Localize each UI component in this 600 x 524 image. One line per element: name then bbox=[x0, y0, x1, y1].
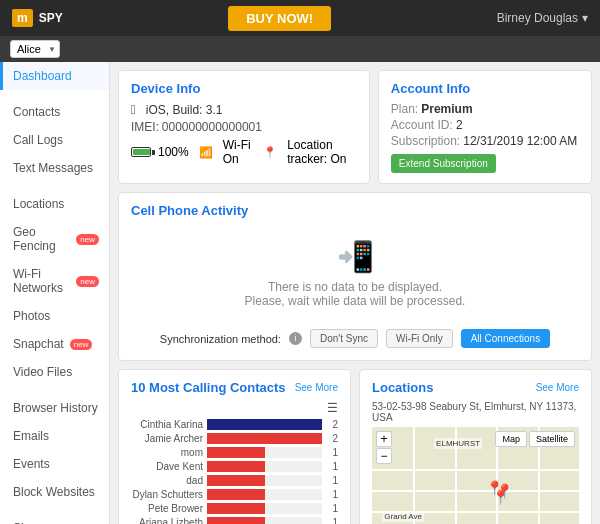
wait-message: Please, wait while data will be processe… bbox=[131, 294, 579, 308]
sidebar-item-photos[interactable]: Photos bbox=[0, 302, 109, 330]
subscription-row: Subscription: 12/31/2019 12:00 AM bbox=[391, 134, 579, 148]
imei-value: 000000000000001 bbox=[162, 120, 262, 134]
bar-name: Pete Brower bbox=[131, 503, 203, 514]
bar-value: 1 bbox=[326, 517, 338, 524]
logo-spy-text: SPY bbox=[39, 11, 63, 25]
bar-name: Jamie Archer bbox=[131, 433, 203, 444]
hamburger-icon[interactable]: ☰ bbox=[131, 401, 338, 415]
map-label-grand-ave: Grand Ave bbox=[382, 511, 424, 522]
device-select-wrapper[interactable]: Alice bbox=[10, 40, 60, 58]
subscription-label: Subscription: bbox=[391, 134, 460, 148]
geo-fencing-badge: new bbox=[76, 234, 99, 245]
sidebar-item-browser-history[interactable]: Browser History bbox=[0, 394, 109, 422]
sidebar-label-dashboard: Dashboard bbox=[13, 69, 72, 83]
sidebar-item-contacts[interactable]: Contacts bbox=[0, 98, 109, 126]
battery-visual bbox=[131, 147, 155, 157]
sidebar-label-browser-history: Browser History bbox=[13, 401, 98, 415]
bar-container bbox=[207, 433, 322, 444]
cell-phone-activity-title: Cell Phone Activity bbox=[131, 203, 579, 218]
top-row: Device Info  iOS, Build: 3.1 IMEI: 0000… bbox=[118, 70, 592, 192]
imei-row: IMEI: 000000000000001 bbox=[131, 120, 357, 134]
sync-wifi-only-button[interactable]: Wi-Fi Only bbox=[386, 329, 453, 348]
bar-name: dad bbox=[131, 475, 203, 486]
device-select[interactable]: Alice bbox=[10, 40, 60, 58]
wifi-networks-badge: new bbox=[76, 276, 99, 287]
map-label-elmhurst: ELMHURST bbox=[434, 438, 482, 449]
cell-phone-activity-card: Cell Phone Activity 📲 There is no data t… bbox=[118, 192, 592, 361]
battery-pct: 100% bbox=[158, 145, 189, 159]
bar-chart-row: Jamie Archer2 bbox=[131, 433, 338, 444]
sync-info-icon[interactable]: i bbox=[289, 332, 302, 345]
bar-fill bbox=[207, 433, 322, 444]
account-plan-row: Plan: Premium bbox=[391, 102, 579, 116]
sidebar-item-snapchat[interactable]: Snapchat new bbox=[0, 330, 109, 358]
activity-empty-state: 📲 There is no data to be displayed. Plea… bbox=[131, 224, 579, 323]
bar-container bbox=[207, 419, 322, 430]
sub-header: Alice bbox=[0, 36, 600, 62]
sidebar-label-video-files: Video Files bbox=[13, 365, 72, 379]
bar-chart-row: dad1 bbox=[131, 475, 338, 486]
bar-container bbox=[207, 517, 322, 524]
sidebar-label-emails: Emails bbox=[13, 429, 49, 443]
locations-title: Locations bbox=[372, 380, 433, 395]
sidebar-item-text-messages[interactable]: Text Messages bbox=[0, 154, 109, 182]
zoom-in-button[interactable]: + bbox=[376, 431, 392, 447]
bar-chart-row: Dylan Schutters1 bbox=[131, 489, 338, 500]
sidebar-label-geo-fencing: Geo Fencing bbox=[13, 225, 70, 253]
calling-contacts-card: 10 Most Calling Contacts See More ☰ Cint… bbox=[118, 369, 351, 524]
device-info-card: Device Info  iOS, Build: 3.1 IMEI: 0000… bbox=[118, 70, 370, 184]
sidebar-label-snapchat: Snapchat bbox=[13, 337, 64, 351]
calling-contacts-see-more[interactable]: See More bbox=[295, 382, 338, 393]
battery-fill bbox=[133, 149, 150, 155]
user-dropdown-icon[interactable]: ▾ bbox=[582, 11, 588, 25]
sidebar-label-text-messages: Text Messages bbox=[13, 161, 93, 175]
battery-bar: 100% bbox=[131, 145, 189, 159]
sidebar-item-locations[interactable]: Locations bbox=[0, 190, 109, 218]
bar-name: Cinthia Karina bbox=[131, 419, 203, 430]
buy-now-button[interactable]: BUY NOW! bbox=[228, 6, 331, 31]
sidebar-item-skype[interactable]: Skype bbox=[0, 514, 109, 524]
account-id-row: Account ID: 2 bbox=[391, 118, 579, 132]
bar-name: Dylan Schutters bbox=[131, 489, 203, 500]
calling-contacts-title: 10 Most Calling Contacts bbox=[131, 380, 286, 395]
bar-fill bbox=[207, 419, 322, 430]
extend-subscription-button[interactable]: Extend Subscription bbox=[391, 154, 496, 173]
sync-all-connections-button[interactable]: All Connections bbox=[461, 329, 550, 348]
user-info: Birney Douglas ▾ bbox=[497, 11, 588, 25]
bar-name: mom bbox=[131, 447, 203, 458]
header: m SPY BUY NOW! Birney Douglas ▾ bbox=[0, 0, 600, 36]
sync-dont-sync-button[interactable]: Don't Sync bbox=[310, 329, 378, 348]
sidebar-item-emails[interactable]: Emails bbox=[0, 422, 109, 450]
sidebar-item-block-websites[interactable]: Block Websites bbox=[0, 478, 109, 506]
phone-icon: 📲 bbox=[131, 239, 579, 274]
bar-container bbox=[207, 461, 322, 472]
logo: m SPY bbox=[12, 9, 63, 27]
map-button[interactable]: Map bbox=[495, 431, 527, 447]
bar-value: 2 bbox=[326, 433, 338, 444]
sidebar-item-wifi-networks[interactable]: Wi-Fi Networks new bbox=[0, 260, 109, 302]
zoom-out-button[interactable]: − bbox=[376, 448, 392, 464]
map-placeholder: ELMHURST Grand Ave Queens Center 📍 📍 📍 M… bbox=[372, 427, 579, 524]
content-area: Device Info  iOS, Build: 3.1 IMEI: 0000… bbox=[110, 62, 600, 524]
sidebar-item-events[interactable]: Events bbox=[0, 450, 109, 478]
imei-label: IMEI: bbox=[131, 120, 159, 134]
bar-container bbox=[207, 447, 322, 458]
bar-name: Dave Kent bbox=[131, 461, 203, 472]
map-zoom-controls: + − bbox=[376, 431, 392, 464]
locations-see-more[interactable]: See More bbox=[536, 382, 579, 393]
bar-name: Ariana Lizbeth bbox=[131, 517, 203, 524]
bar-fill bbox=[207, 517, 265, 524]
sidebar-label-wifi-networks: Wi-Fi Networks bbox=[13, 267, 70, 295]
map-controls: Map Satellite bbox=[495, 431, 575, 447]
sync-label: Synchronization method: bbox=[160, 333, 281, 345]
satellite-button[interactable]: Satellite bbox=[529, 431, 575, 447]
location-pin-icon: 📍 bbox=[263, 146, 277, 159]
sidebar-item-geo-fencing[interactable]: Geo Fencing new bbox=[0, 218, 109, 260]
sidebar-item-video-files[interactable]: Video Files bbox=[0, 358, 109, 386]
bar-value: 1 bbox=[326, 461, 338, 472]
sidebar-item-dashboard[interactable]: Dashboard bbox=[0, 62, 109, 90]
bar-value: 1 bbox=[326, 447, 338, 458]
account-info-title: Account Info bbox=[391, 81, 579, 96]
locations-header: Locations See More bbox=[372, 380, 579, 395]
sidebar-item-call-logs[interactable]: Call Logs bbox=[0, 126, 109, 154]
